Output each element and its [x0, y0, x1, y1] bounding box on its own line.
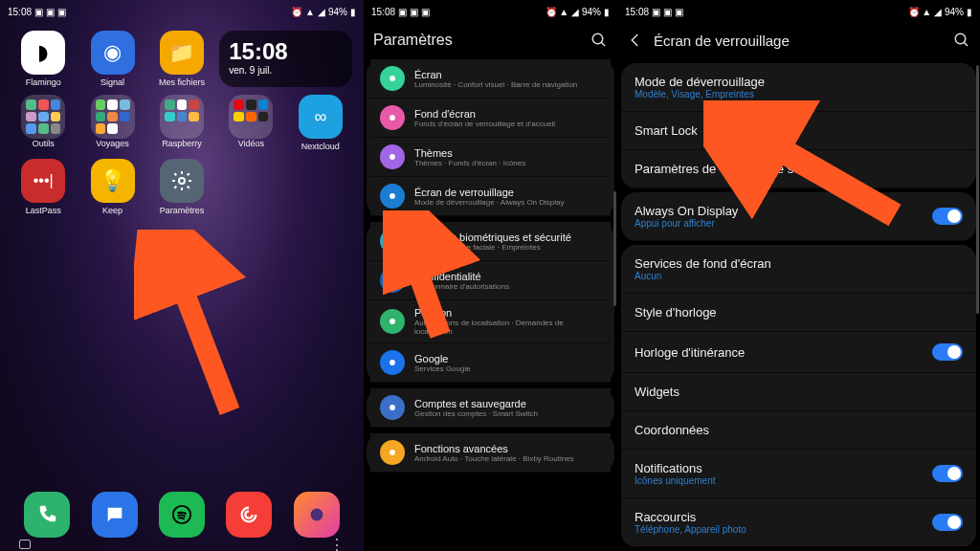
search-icon[interactable] [590, 32, 608, 49]
svg-point-15 [390, 450, 395, 455]
app-label: LastPass [26, 206, 61, 215]
android-navbar: ⋮ [0, 538, 364, 551]
lockscreen-item[interactable]: Coordonnées [621, 411, 976, 450]
settings-item-icon [380, 66, 405, 91]
app-signal[interactable]: ◉ Signal [80, 31, 144, 87]
lockscreen-item-title: Notifications [635, 461, 932, 475]
nav-recents-icon[interactable] [19, 540, 31, 549]
settings-item[interactable]: Données biométriques et sécuritéReconnai… [370, 222, 611, 261]
status-bar: 15:08 ▣ ▣ ▣ ⏰ ▲ ◢ 94% ▮ [617, 0, 980, 21]
lockscreen-item[interactable]: Widgets [621, 373, 976, 411]
settings-item-title: Données biométriques et sécurité [414, 231, 601, 243]
lockscreen-item-title: Widgets [635, 385, 963, 399]
settings-item[interactable]: PositionAutorisations de localisation · … [370, 300, 611, 343]
lockscreen-item[interactable]: Horloge d'itinérance [621, 332, 976, 373]
settings-item[interactable]: Fonctions avancéesAndroid Auto · Touche … [370, 433, 611, 473]
app-label: Nextcloud [301, 142, 340, 151]
lockscreen-item-sub: Téléphone, Appareil photo [635, 524, 932, 535]
folder-voyages[interactable]: Voyages [80, 95, 144, 151]
dock-phone[interactable] [24, 492, 70, 538]
app-nextcloud[interactable]: ∞ Nextcloud [289, 95, 352, 151]
settings-item-sub: Reconnaissance faciale · Empreintes [414, 243, 601, 252]
app-lastpass[interactable]: •••| LastPass [11, 159, 75, 215]
lockscreen-item-title: Raccourcis [635, 510, 932, 524]
notif-icon: ▣ [57, 7, 66, 17]
dock-spotify[interactable] [159, 492, 205, 538]
lockscreen-item[interactable]: Always On DisplayAppui pour afficher [621, 192, 976, 241]
svg-line-5 [601, 42, 605, 46]
dock-pocketcasts[interactable] [226, 492, 272, 538]
folder-raspberry[interactable]: Raspberry [150, 95, 213, 151]
settings-item[interactable]: Comptes et sauvegardeGestion des comptes… [370, 388, 611, 428]
lockscreen-item[interactable]: Mode de déverrouillageModèle, Visage, Em… [621, 63, 976, 112]
lockscreen-item-sub: Modèle, Visage, Empreintes [635, 89, 963, 99]
svg-point-2 [310, 509, 323, 521]
settings-item[interactable]: GoogleServices Google [370, 343, 611, 383]
settings-item-icon [380, 309, 405, 334]
lockscreen-item[interactable]: RaccourcisTéléphone, Appareil photo [621, 498, 976, 547]
settings-item-title: Écran [414, 69, 601, 80]
settings-item-icon [380, 105, 405, 130]
scroll-indicator[interactable] [613, 191, 616, 306]
status-bar: 15:08 ▣ ▣ ▣ ⏰ ▲ ◢ 94% ▮ [364, 0, 617, 21]
lockscreen-item[interactable]: Smart Lock [621, 112, 976, 150]
settings-item-title: Confidentialité [414, 271, 601, 282]
lockscreen-item-title: Mode de déverrouillage [635, 75, 963, 89]
search-icon[interactable] [953, 32, 970, 49]
lockscreen-item-sub: Aucun [635, 271, 963, 281]
status-time: 15:08 [8, 7, 32, 17]
page-title: Écran de verrouillage [654, 33, 790, 49]
battery-text: 94% [328, 7, 347, 17]
alarm-icon: ⏰ [291, 7, 302, 17]
settings-item-sub: Mode de déverrouillage · Always On Displ… [414, 198, 601, 207]
svg-point-10 [390, 238, 395, 244]
nav-more-icon[interactable]: ⋮ [329, 536, 345, 552]
settings-item-icon [380, 440, 405, 465]
toggle-switch[interactable] [932, 514, 963, 531]
settings-item[interactable]: Fond d'écranFonds d'écran de verrouillag… [370, 99, 611, 138]
settings-item-title: Thèmes [414, 147, 601, 159]
scroll-indicator[interactable] [976, 65, 979, 314]
settings-panel: 15:08 ▣ ▣ ▣ ⏰ ▲ ◢ 94% ▮ Paramètres Écran… [364, 0, 617, 551]
folder-outils[interactable]: Outils [11, 95, 75, 151]
dock-firefox[interactable] [294, 492, 340, 538]
toggle-switch[interactable] [932, 343, 963, 361]
lockscreen-item[interactable]: Paramètres de verrouillage sécurisé [621, 150, 976, 188]
dock-messages[interactable] [92, 492, 138, 538]
lockscreen-item-title: Coordonnées [635, 423, 963, 437]
toggle-switch[interactable] [932, 208, 963, 225]
lockscreen-item-sub: Appui pour afficher [635, 218, 932, 229]
settings-item[interactable]: ÉcranLuminosité · Confort visuel · Barre… [370, 59, 611, 99]
lockscreen-item-sub: Icônes uniquement [635, 475, 932, 486]
svg-point-8 [390, 154, 395, 160]
lockscreen-item-title: Always On Display [635, 204, 932, 218]
app-settings[interactable]: Paramètres [150, 159, 213, 215]
svg-point-9 [390, 193, 395, 199]
settings-item-icon [380, 268, 405, 293]
app-label: Keep [102, 206, 122, 215]
clock-widget[interactable]: 15:08 ven. 9 juil. [219, 31, 352, 87]
app-flamingo[interactable]: ◗ Flamingo [11, 31, 75, 87]
folder-label: Vidéos [238, 139, 264, 148]
signal-icon: ◢ [318, 7, 325, 17]
folder-videos[interactable]: Vidéos [219, 95, 282, 151]
settings-item[interactable]: ConfidentialitéGestionnaire d'autorisati… [370, 261, 611, 300]
lockscreen-item[interactable]: NotificationsIcônes uniquement [621, 450, 976, 498]
lockscreen-item[interactable]: Services de fond d'écranAucun [621, 245, 976, 294]
folder-label: Voyages [96, 139, 129, 148]
settings-item[interactable]: ThèmesThèmes · Fonds d'écran · Icônes [370, 138, 611, 177]
folder-label: Raspberry [162, 139, 202, 148]
app-keep[interactable]: 💡 Keep [80, 159, 144, 215]
settings-item-icon [380, 395, 405, 420]
lockscreen-item[interactable]: Style d'horloge [621, 294, 976, 332]
settings-item-icon [380, 350, 405, 375]
page-title: Paramètres [373, 32, 453, 49]
settings-item[interactable]: Écran de verrouillageMode de déverrouill… [370, 177, 611, 216]
settings-item-title: Comptes et sauvegarde [414, 398, 601, 409]
lockscreen-item-title: Paramètres de verrouillage sécurisé [635, 162, 963, 176]
app-files[interactable]: 📁 Mes fichiers [150, 31, 213, 87]
app-label: Mes fichiers [159, 77, 205, 87]
settings-item-title: Fonctions avancées [414, 443, 601, 454]
back-icon[interactable] [627, 32, 644, 49]
toggle-switch[interactable] [932, 465, 963, 482]
